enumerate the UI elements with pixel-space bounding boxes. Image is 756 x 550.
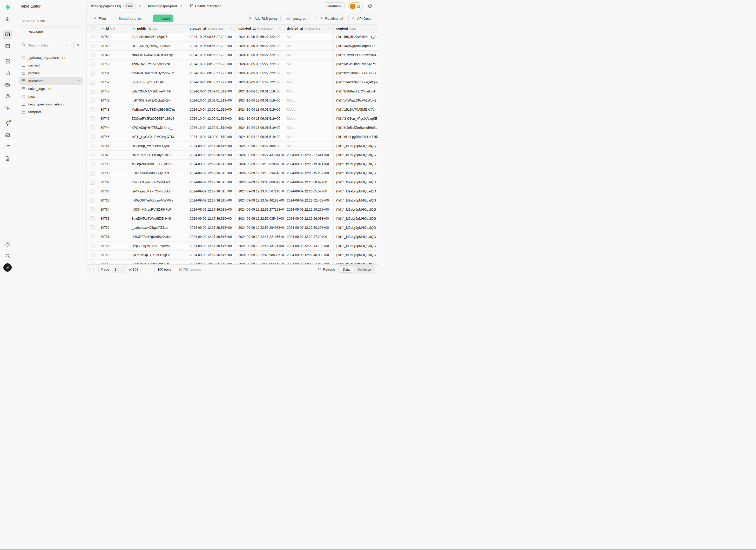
cell-content[interactable]: {"id":"MeWCriorTPopA4Kc9: [334, 60, 378, 69]
rows-per-page-button[interactable]: 100 rows: [154, 266, 174, 273]
cell-public_id[interactable]: 1hnRQjxSRm2V0VticY2NF: [129, 60, 187, 69]
cell-public_id[interactable]: zHDq4c0F0VBF_TL2_dBZ1: [129, 160, 187, 169]
cell-created_at[interactable]: 2024-09-09 12:17:36.515+00: [187, 251, 236, 259]
cell-id[interactable]: 30752: [98, 78, 129, 87]
cell-id[interactable]: 30745: [98, 132, 129, 141]
cell-deleted_at[interactable]: NULL: [284, 96, 334, 105]
cell-public_id[interactable]: RiqOV6p_5wihLeIAEQyhU: [129, 142, 187, 150]
cell-created_at[interactable]: 2024-10-05 00:55:27.722+00: [187, 42, 236, 50]
prev-page-button[interactable]: [89, 266, 99, 273]
cell-public_id[interactable]: rYbORF2e4YgDt9fKAXaKn: [129, 232, 187, 241]
cell-deleted_at[interactable]: 2024-09-09 12:23:19.021+00: [284, 160, 334, 169]
cell-content[interactable]: {"id":"_Id9aLyJpMHQLaiQG: [334, 196, 378, 205]
breadcrumb-project[interactable]: farming-paper-prod: [148, 4, 177, 8]
realtime-toggle-button[interactable]: Realtime off: [316, 15, 346, 22]
chevron-down-icon[interactable]: [278, 27, 281, 30]
cell-content[interactable]: {"id":"_Id9aLyJpMHQLaiQG: [334, 242, 378, 250]
cell-public_id[interactable]: 0L5BAfDaLDl5rQOiqeKPO: [129, 260, 187, 264]
new-table-button[interactable]: New table: [19, 28, 83, 36]
cell-id[interactable]: 30749: [98, 42, 129, 50]
cell-created_at[interactable]: 2024-09-09 12:17:36.515+00: [187, 160, 236, 169]
cell-updated_at[interactable]: 2024-09-09 12:23:27.437814+00: [236, 151, 284, 159]
cell-content[interactable]: {"id":"_Id9aLyJpMHQLaiQG: [334, 260, 378, 264]
cell-id[interactable]: 30733: [98, 214, 129, 223]
cell-created_at[interactable]: 2024-10-05 00:55:27.722+00: [187, 51, 236, 59]
cell-updated_at[interactable]: 2024-09-09 12:22:44.13721+00: [236, 242, 284, 250]
cell-deleted_at[interactable]: 2024-09-09 12:23:02.463+00: [284, 196, 334, 205]
cell-updated_at[interactable]: 2024-10-05 00:55:27.722+00: [236, 60, 284, 69]
rail-item-table-editor[interactable]: [3, 30, 12, 39]
cell-content[interactable]: {"id":"_Id9aLyJpMHQLaiQG: [334, 205, 378, 214]
cell-deleted_at[interactable]: 2024-09-09 12:22:40.988+00: [284, 251, 334, 259]
cell-public_id[interactable]: DGEJfJZPQUV9Q-IBqsNSi: [129, 42, 187, 50]
column-header-content[interactable]: contentjsonb: [334, 25, 378, 32]
cell-created_at[interactable]: 2024-09-09 12:17:36.515+00: [187, 223, 236, 232]
feedback-button[interactable]: Feedback: [323, 2, 345, 10]
cell-deleted_at[interactable]: NULL: [284, 32, 334, 41]
sort-button[interactable]: Sorted by 1 rule: [110, 15, 145, 22]
cell-deleted_at[interactable]: NULL: [284, 51, 334, 59]
row-checkbox[interactable]: [90, 62, 95, 66]
sidebar-table-tags[interactable]: tags: [19, 92, 83, 100]
cell-deleted_at[interactable]: NULL: [284, 87, 334, 96]
cell-content[interactable]: {"id":"NJe5s8ZmBwnoB6e3s: [334, 123, 378, 132]
cell-updated_at[interactable]: 2024-10-04 13:09:01.519+00: [236, 105, 284, 114]
rail-item-database[interactable]: [3, 57, 12, 66]
cell-id[interactable]: 30748: [98, 51, 129, 59]
cell-id[interactable]: 30746: [98, 114, 129, 123]
cell-id[interactable]: 30728: [98, 260, 129, 264]
row-checkbox[interactable]: [90, 171, 95, 176]
cell-public_id[interactable]: _La6pddxcKJIbgufATJ1n: [129, 223, 187, 232]
cell-content[interactable]: {"id":"4wyNgK55lOfrpmYZc: [334, 42, 378, 50]
cell-deleted_at[interactable]: 2024-09-09 12:22:47.22+00: [284, 232, 334, 241]
row-checkbox[interactable]: [90, 107, 95, 112]
cell-public_id[interactable]: 3muDHTceTWso9IZj8hHNI: [129, 214, 187, 223]
column-header-id[interactable]: idint8: [98, 25, 129, 32]
column-header-deleted_at[interactable]: deleted_attimestamptz: [284, 25, 334, 32]
row-checkbox[interactable]: [90, 44, 95, 48]
sidebar-table-solve_logs[interactable]: solve_logs: [19, 85, 83, 92]
cell-deleted_at[interactable]: NULL: [284, 132, 334, 141]
enable-branching-button[interactable]: Enable branching: [190, 4, 221, 9]
cell-id[interactable]: 30730: [98, 242, 129, 250]
cell-updated_at[interactable]: 2024-09-09 12:22:59.277128+00: [236, 205, 284, 214]
cell-created_at[interactable]: 2024-10-04 13:09:01.519+00: [187, 132, 236, 141]
cell-id[interactable]: 30747: [98, 87, 129, 96]
cell-updated_at[interactable]: 2024-09-09 12:23:27.459+00: [236, 142, 284, 150]
cell-updated_at[interactable]: 2024-09-09 12:23:15.234146+00: [236, 169, 284, 178]
user-avatar[interactable]: [3, 263, 12, 272]
cell-id[interactable]: 30732: [98, 223, 129, 232]
cell-created_at[interactable]: 2024-09-09 12:17:36.515+00: [187, 151, 236, 159]
column-header-created_at[interactable]: created_attimestamptz: [187, 25, 236, 32]
cell-id[interactable]: 30753: [98, 32, 129, 41]
row-checkbox[interactable]: [90, 189, 95, 194]
cell-deleted_at[interactable]: 2024-09-09 12:23:27.441+00: [284, 151, 334, 159]
cell-created_at[interactable]: 2024-09-09 12:17:36.515+00: [187, 260, 236, 264]
cell-public_id[interactable]: Be4KignzoK9YRGNI3Zgks: [129, 187, 187, 196]
cell-public_id[interactable]: 8yUKotr9qGYjK2eFRhgLv: [129, 251, 187, 259]
cell-content[interactable]: {"id":"1VASb3phnXXkQPCpv: [334, 78, 378, 87]
cell-content[interactable]: {"id":"B6tr6eEFLrOVgeUmH: [334, 87, 378, 96]
cell-created_at[interactable]: 2024-10-04 13:09:01.519+00: [187, 96, 236, 105]
add-rls-policy-button[interactable]: Add RLS policy: [246, 15, 281, 22]
cell-deleted_at[interactable]: NULL: [284, 105, 334, 114]
cell-public_id[interactable]: nbMhHL3AP7OcCJymc2wT2: [129, 69, 187, 78]
cell-updated_at[interactable]: 2024-09-09 12:22:37.955419+00: [236, 260, 284, 264]
row-checkbox[interactable]: [90, 71, 95, 76]
cell-id[interactable]: 30741: [98, 142, 129, 150]
cell-created_at[interactable]: 2024-10-05 00:55:27.722+00: [187, 69, 236, 78]
row-checkbox[interactable]: [90, 216, 95, 221]
cell-content[interactable]: {"id":"5b7j5Pz9WHBNmY_A: [334, 32, 378, 41]
cell-updated_at[interactable]: 2024-10-04 13:09:01.519+00: [236, 114, 284, 123]
cell-content[interactable]: {"id":"rtHbLpgB8V11LUK7152: [334, 132, 378, 141]
cell-content[interactable]: {"id":"fvrQ1bXoJ6XaAD08G: [334, 69, 378, 78]
cell-public_id[interactable]: nxFT002ISeRE-Qobg3K3k: [129, 96, 187, 105]
cell-public_id[interactable]: YwEmuWdqT38XoSB048QYp: [129, 105, 187, 114]
cell-created_at[interactable]: 2024-09-09 12:17:36.515+00: [187, 142, 236, 150]
rail-item-home[interactable]: [3, 15, 12, 24]
rail-item-advisors[interactable]: [3, 119, 12, 129]
row-checkbox[interactable]: [90, 162, 95, 166]
role-select[interactable]: role postgres: [283, 15, 314, 22]
insert-button[interactable]: Insert: [153, 15, 174, 22]
cell-created_at[interactable]: 2024-10-04 13:09:01.519+00: [187, 87, 236, 96]
